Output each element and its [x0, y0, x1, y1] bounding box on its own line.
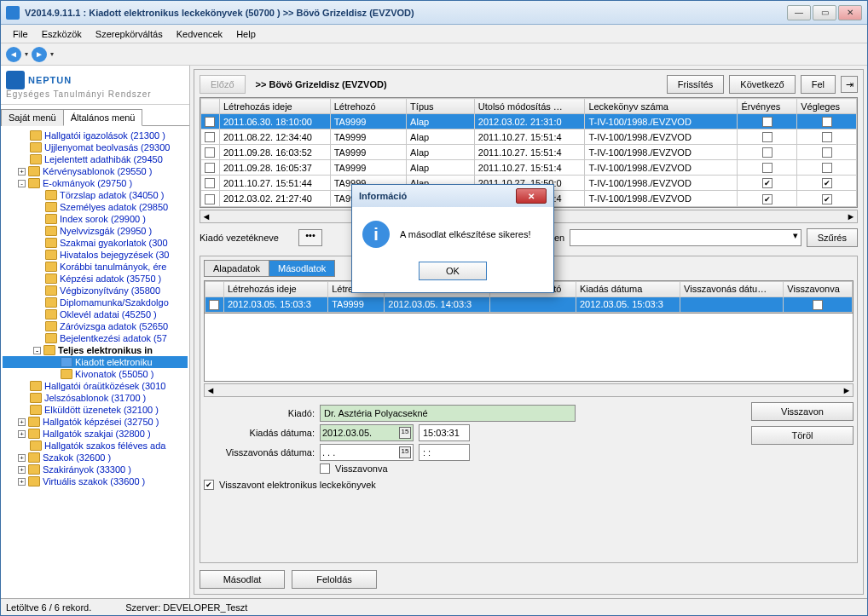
- tree-item[interactable]: Személyes adatok (29850: [3, 201, 188, 213]
- ervenyes-checkbox[interactable]: [762, 147, 773, 158]
- vegleges-checkbox[interactable]: ✔: [822, 178, 832, 188]
- ervenyes-checkbox[interactable]: [762, 132, 773, 142]
- table-row[interactable]: 2011.09.28. 16:05:37TA9999Alap2011.10.27…: [201, 160, 857, 176]
- menu-kedvencek[interactable]: Kedvencek: [170, 27, 229, 41]
- masodlat-button[interactable]: Másodlat: [200, 570, 285, 589]
- tree-item[interactable]: -Teljes elektronikus in: [3, 344, 188, 356]
- tree-item[interactable]: +Virtuális szakok (33600 ): [3, 475, 188, 487]
- tree-item[interactable]: +Hallgatók képzései (32750 ): [3, 416, 188, 428]
- logo-icon: [6, 71, 25, 89]
- row-checkbox[interactable]: [205, 163, 215, 173]
- szures-button[interactable]: Szűrés: [807, 228, 858, 247]
- navigation-tree[interactable]: Hallgatói igazolások (21300 )Ujjlenyomat…: [1, 126, 189, 598]
- dropdown-icon[interactable]: ▾: [50, 50, 54, 58]
- tree-item[interactable]: +Szakirányok (33300 ): [3, 463, 188, 475]
- tree-item[interactable]: Törzslap adatok (34050 ): [3, 189, 188, 201]
- tree-item[interactable]: Lejelentett adathibák (29450: [3, 153, 188, 165]
- table-row[interactable]: 2011.08.22. 12:34:40TA9999Alap2011.10.27…: [201, 130, 857, 145]
- subtab-alapadatok[interactable]: Alapadatok: [204, 260, 269, 277]
- calendar-icon[interactable]: 15: [399, 446, 411, 458]
- up-button[interactable]: Fel: [801, 75, 836, 94]
- filter-more-button[interactable]: •••: [298, 229, 322, 246]
- tab-altalanos-menu[interactable]: Általános menü: [63, 109, 143, 126]
- visszavonva-cell-checkbox[interactable]: [813, 300, 823, 310]
- dropdown-icon[interactable]: ▾: [25, 50, 28, 58]
- tree-item[interactable]: Jelszósablonok (31700 ): [3, 392, 188, 404]
- nav-forward-button[interactable]: ►: [32, 47, 47, 62]
- menu-eszközök[interactable]: Eszközök: [35, 27, 89, 41]
- visszavonas-date-field[interactable]: . . .15: [320, 444, 414, 461]
- tree-item[interactable]: Oklevél adatai (45250 ): [3, 308, 188, 320]
- row-checkbox[interactable]: [205, 132, 215, 142]
- visszavont-label: Visszavont elektronikus leckekönyvek: [219, 480, 376, 490]
- menu-file[interactable]: File: [6, 27, 35, 41]
- tab-sajat-menu[interactable]: Saját menü: [1, 109, 64, 126]
- minimize-button[interactable]: —: [787, 5, 811, 20]
- vegleges-checkbox[interactable]: ✔: [822, 194, 832, 204]
- visszavonva-checkbox[interactable]: [320, 463, 330, 474]
- tree-item[interactable]: Képzési adatok (35750 ): [3, 273, 188, 285]
- tree-item[interactable]: Ujjlenyomat beolvasás (29300: [3, 141, 188, 153]
- detail-grid-scrollbar[interactable]: ◄►: [204, 383, 854, 397]
- menu-help[interactable]: Help: [229, 27, 263, 41]
- tree-item[interactable]: Bejelentkezési adatok (57: [3, 332, 188, 344]
- folder-icon: [45, 190, 57, 200]
- kiadas-date-field[interactable]: 2012.03.05.15: [320, 424, 414, 441]
- torol-button[interactable]: Töröl: [751, 426, 854, 445]
- tree-item[interactable]: Elküldött üzenetek (32100 ): [3, 404, 188, 416]
- tree-item[interactable]: +Szakok (32600 ): [3, 452, 188, 463]
- table-row[interactable]: 2012.03.05. 15:03:3TA99992012.03.05. 14:…: [205, 296, 853, 312]
- filter-select[interactable]: ▾: [570, 229, 801, 246]
- visszavont-checkbox[interactable]: ✔: [204, 480, 214, 490]
- table-row[interactable]: 2011.06.30. 18:10:00TA9999Alap2012.03.02…: [201, 114, 857, 130]
- tree-item[interactable]: Nyelvvizsgák (29950 ): [3, 225, 188, 237]
- kiadas-time-field[interactable]: 15:03:31: [419, 424, 470, 441]
- refresh-button[interactable]: Frissítés: [667, 75, 725, 94]
- nav-back-button[interactable]: ◄: [6, 47, 21, 62]
- dialog-ok-button[interactable]: OK: [419, 262, 487, 280]
- tree-item[interactable]: Index sorok (29900 ): [3, 213, 188, 225]
- tree-item[interactable]: Diplomamunka/Szakdolgo: [3, 296, 188, 308]
- menu-szerepkörváltás[interactable]: Szerepkörváltás: [89, 27, 170, 41]
- prev-button[interactable]: Előző: [200, 75, 246, 94]
- vegleges-checkbox[interactable]: [822, 163, 832, 173]
- table-row[interactable]: 2011.09.28. 16:03:52TA9999Alap2011.10.27…: [201, 145, 857, 160]
- tree-item[interactable]: +Hallgatók szakjai (32800 ): [3, 428, 188, 440]
- feloldas-button[interactable]: Feloldás: [292, 570, 377, 589]
- row-checkbox[interactable]: [205, 194, 215, 204]
- tree-item[interactable]: Hallgatók szakos féléves ada: [3, 440, 188, 452]
- folder-icon: [45, 285, 57, 296]
- tree-item[interactable]: Kiadott elektroniku: [3, 356, 188, 368]
- ervenyes-checkbox[interactable]: [762, 163, 773, 173]
- maximize-button[interactable]: ▭: [813, 5, 836, 20]
- tree-item[interactable]: Szakmai gyakorlatok (300: [3, 237, 188, 249]
- tree-item[interactable]: Kivonatok (55050 ): [3, 368, 188, 380]
- vegleges-checkbox[interactable]: [822, 147, 832, 158]
- visszavonas-time-field[interactable]: : :: [419, 444, 470, 461]
- dialog-close-button[interactable]: ✕: [516, 188, 547, 204]
- ervenyes-checkbox[interactable]: [762, 117, 773, 127]
- ervenyes-checkbox[interactable]: ✔: [762, 178, 773, 188]
- row-checkbox[interactable]: [209, 300, 219, 310]
- close-button[interactable]: ✕: [838, 5, 862, 20]
- kiado-field[interactable]: Dr. Asztéria Polyacsekné: [320, 405, 576, 422]
- tree-item[interactable]: Hallgatói igazolások (21300 ): [3, 130, 188, 141]
- pin-button[interactable]: ⇥: [841, 76, 858, 93]
- next-button[interactable]: Következő: [729, 75, 795, 94]
- tree-item[interactable]: +Kérvénysablonok (29550 ): [3, 165, 188, 177]
- tree-item[interactable]: -E-okmányok (29750 ): [3, 177, 188, 189]
- tree-item[interactable]: Hivatalos bejegyzések (30: [3, 249, 188, 261]
- tree-item[interactable]: Korábbi tanulmányok, ére: [3, 261, 188, 273]
- vegleges-checkbox[interactable]: [822, 132, 832, 142]
- tree-item[interactable]: Záróvizsga adatok (52650: [3, 320, 188, 332]
- subtab-masodlatok[interactable]: Másodlatok: [269, 260, 335, 277]
- visszavon-button[interactable]: Visszavon: [751, 402, 854, 421]
- tree-item[interactable]: Hallgatói óraütközések (3010: [3, 380, 188, 392]
- row-checkbox[interactable]: [205, 117, 215, 127]
- calendar-icon[interactable]: 15: [399, 427, 411, 439]
- row-checkbox[interactable]: [205, 178, 215, 188]
- row-checkbox[interactable]: [205, 147, 215, 158]
- vegleges-checkbox[interactable]: [822, 117, 832, 127]
- tree-item[interactable]: Végbizonyítvány (35800: [3, 285, 188, 296]
- ervenyes-checkbox[interactable]: ✔: [762, 194, 773, 204]
